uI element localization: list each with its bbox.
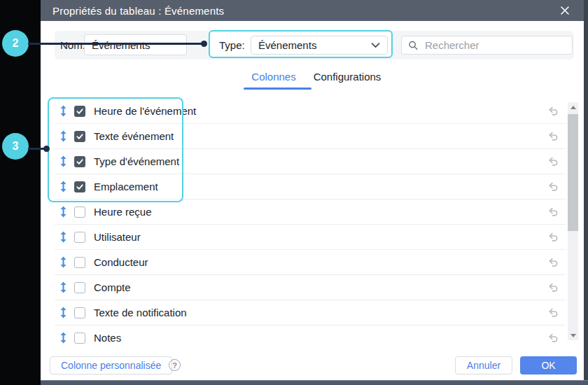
move-row-icon[interactable] — [59, 105, 67, 117]
column-label: Utilisateur — [94, 231, 141, 243]
undo-icon[interactable] — [547, 307, 559, 318]
column-row: Notes — [55, 326, 566, 345]
move-row-icon[interactable] — [59, 281, 67, 293]
close-icon — [560, 6, 570, 15]
list-scrollbar[interactable] — [568, 102, 578, 340]
column-checkbox[interactable] — [74, 106, 85, 117]
column-row: Texte événement — [55, 124, 566, 149]
move-row-icon[interactable] — [59, 206, 67, 218]
undo-icon[interactable] — [547, 332, 559, 344]
cancel-button[interactable]: Annuler — [455, 356, 512, 374]
column-label: Conducteur — [94, 256, 148, 268]
column-label: Type d'événement — [94, 155, 179, 167]
column-label: Texte événement — [94, 130, 174, 142]
move-row-icon[interactable] — [59, 256, 67, 268]
triangle-up-icon — [570, 106, 576, 109]
column-row: Conducteur — [55, 250, 566, 275]
column-row: Texte de notification — [55, 300, 566, 326]
move-row-icon[interactable] — [59, 130, 67, 142]
scroll-down-button[interactable] — [568, 330, 578, 340]
column-checkbox[interactable] — [74, 232, 85, 243]
name-label: Nom: — [60, 39, 85, 51]
column-row: Compte — [55, 275, 566, 300]
undo-icon[interactable] — [547, 131, 559, 142]
screenshot-stage: Propriétés du tableau : Événements Nom: … — [0, 0, 588, 385]
help-icon[interactable]: ? — [169, 359, 181, 371]
callout-line-2 — [28, 43, 202, 45]
callout-badge-2: 2 — [2, 30, 29, 57]
chevron-down-icon — [371, 43, 380, 48]
column-label: Notes — [94, 332, 121, 344]
triangle-down-icon — [570, 334, 576, 337]
table-properties-dialog: Propriétés du tableau : Événements Nom: … — [41, 0, 584, 380]
type-dropdown-value: Événements — [258, 39, 316, 51]
type-highlight-box: Type: Événements — [209, 30, 393, 58]
column-checkbox[interactable] — [74, 257, 85, 268]
undo-icon[interactable] — [547, 156, 559, 167]
tab-colonnes[interactable]: Colonnes — [251, 71, 295, 83]
column-list: Heure de l'événementTexte événementType … — [55, 99, 566, 345]
search-field — [401, 36, 573, 55]
column-label: Heure reçue — [94, 206, 152, 218]
callout-dot-2 — [201, 41, 207, 47]
column-label: Heure de l'événement — [94, 105, 196, 117]
scroll-up-button[interactable] — [568, 102, 578, 112]
undo-icon[interactable] — [547, 181, 559, 192]
column-checkbox[interactable] — [74, 282, 85, 293]
type-dropdown[interactable]: Événements — [251, 36, 388, 55]
column-row: Type d'événement — [55, 149, 566, 174]
callout-badge-3: 3 — [2, 133, 29, 160]
move-row-icon[interactable] — [59, 307, 67, 318]
close-button[interactable] — [558, 4, 572, 18]
column-label: Compte — [94, 281, 131, 293]
column-label: Texte de notification — [94, 307, 187, 318]
column-row: Heure reçue — [55, 200, 566, 225]
column-checkbox[interactable] — [74, 307, 85, 318]
search-input[interactable] — [424, 38, 566, 52]
undo-icon[interactable] — [547, 232, 559, 243]
column-row: Heure de l'événement — [55, 99, 566, 124]
type-label: Type: — [219, 39, 245, 51]
dialog-titlebar: Propriétés du tableau : Événements — [41, 0, 584, 21]
column-checkbox[interactable] — [74, 206, 85, 218]
column-checkbox[interactable] — [74, 131, 85, 142]
dialog-bottom-edge — [41, 380, 588, 385]
callout-line-3 — [28, 148, 45, 150]
column-row: Utilisateur — [55, 225, 566, 250]
undo-icon[interactable] — [547, 257, 559, 268]
dialog-title: Propriétés du tableau : Événements — [52, 5, 224, 17]
column-row: Emplacement — [55, 174, 566, 200]
move-row-icon[interactable] — [59, 181, 67, 192]
dialog-right-edge — [584, 0, 588, 380]
active-tab-underline — [244, 88, 312, 90]
name-input[interactable] — [84, 34, 187, 55]
move-row-icon[interactable] — [59, 155, 67, 167]
move-row-icon[interactable] — [59, 332, 67, 344]
undo-icon[interactable] — [547, 282, 559, 293]
column-checkbox[interactable] — [74, 332, 85, 344]
column-checkbox[interactable] — [74, 181, 85, 192]
callout-dot-3 — [43, 146, 50, 152]
ok-button[interactable]: OK — [520, 356, 577, 374]
custom-column-button[interactable]: Colonne personnalisée — [50, 356, 172, 374]
move-row-icon[interactable] — [59, 231, 67, 243]
undo-icon[interactable] — [547, 206, 559, 218]
scrollbar-thumb[interactable] — [568, 114, 578, 231]
search-icon — [408, 40, 419, 51]
column-label: Emplacement — [94, 181, 158, 192]
undo-icon[interactable] — [547, 106, 559, 117]
tab-configurations[interactable]: Configurations — [314, 71, 382, 83]
column-checkbox[interactable] — [74, 156, 85, 167]
